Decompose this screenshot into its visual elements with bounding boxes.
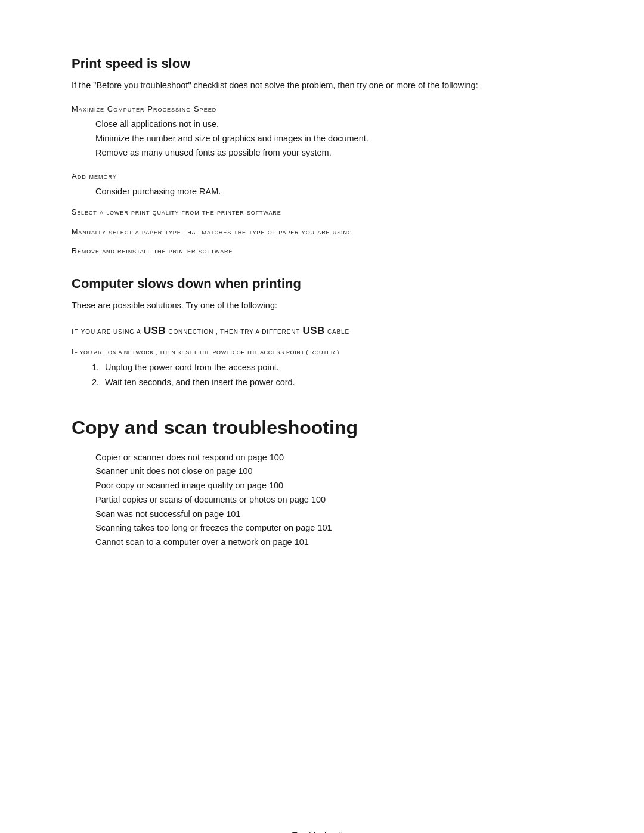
add-memory-item: Consider purchasing more RAM. bbox=[95, 185, 572, 199]
network-step-1: Unplug the power cord from the access po… bbox=[101, 361, 572, 374]
usb-label-2: USB bbox=[303, 325, 325, 336]
maximize-items: Close all applications not in use. Minim… bbox=[95, 118, 572, 159]
toc-item-6: Scanning takes too long or freezes the c… bbox=[95, 522, 572, 535]
copy-scan-toc: Copier or scanner does not respond on pa… bbox=[95, 451, 572, 549]
usb-label-1: USB bbox=[144, 325, 166, 336]
maximize-item-2: Minimize the number and size of graphics… bbox=[95, 132, 572, 145]
maximize-heading: Maximize Computer Processing Speed bbox=[72, 103, 572, 115]
network-steps-list: Unplug the power cord from the access po… bbox=[101, 361, 572, 389]
add-memory-heading: Add memory bbox=[72, 171, 572, 182]
page-wrapper: Print speed is slow If the "Before you t… bbox=[72, 54, 572, 833]
footer-label: Troubleshooting bbox=[72, 829, 572, 833]
toc-item-7: Cannot scan to a computer over a network… bbox=[95, 536, 572, 549]
select-quality-heading: Select a lower print quality from the pr… bbox=[72, 207, 572, 218]
usb-line-prefix: IF YOU ARE USING A bbox=[72, 327, 144, 336]
network-step-2: Wait ten seconds, and then insert the po… bbox=[101, 376, 572, 389]
toc-item-5: Scan was not successful on page 101 bbox=[95, 508, 572, 521]
toc-item-1: Copier or scanner does not respond on pa… bbox=[95, 451, 572, 465]
manually-select-heading: Manually select a paper type that matche… bbox=[72, 227, 572, 238]
network-line: IF YOU ARE ON A NETWORK , THEN RESET THE… bbox=[72, 346, 572, 358]
toc-item-2: Scanner unit does not close on page 100 bbox=[95, 465, 572, 478]
toc-item-3: Poor copy or scanned image quality on pa… bbox=[95, 479, 572, 493]
usb-line-middle: CONNECTION , THEN TRY A DIFFERENT bbox=[166, 327, 303, 336]
remove-reinstall-heading: Remove and reinstall the printer softwar… bbox=[72, 246, 572, 257]
print-speed-intro: If the "Before you troubleshoot" checkli… bbox=[72, 79, 572, 92]
maximize-item-1: Close all applications not in use. bbox=[95, 118, 572, 131]
usb-connection-line: IF YOU ARE USING A USB CONNECTION , THEN… bbox=[72, 323, 572, 339]
toc-item-4: Partial copies or scans of documents or … bbox=[95, 494, 572, 507]
print-speed-heading: Print speed is slow bbox=[72, 54, 572, 73]
computer-slows-heading: Computer slows down when printing bbox=[72, 274, 572, 293]
footer: Troubleshooting 99 bbox=[72, 829, 572, 833]
network-line-text: IF YOU ARE ON A NETWORK , THEN RESET THE… bbox=[72, 348, 339, 356]
usb-line-suffix: CABLE bbox=[325, 327, 350, 336]
computer-slows-intro: These are possible solutions. Try one of… bbox=[72, 299, 572, 312]
maximize-item-3: Remove as many unused fonts as possible … bbox=[95, 147, 572, 160]
copy-scan-heading: Copy and scan troubleshooting bbox=[72, 413, 572, 442]
